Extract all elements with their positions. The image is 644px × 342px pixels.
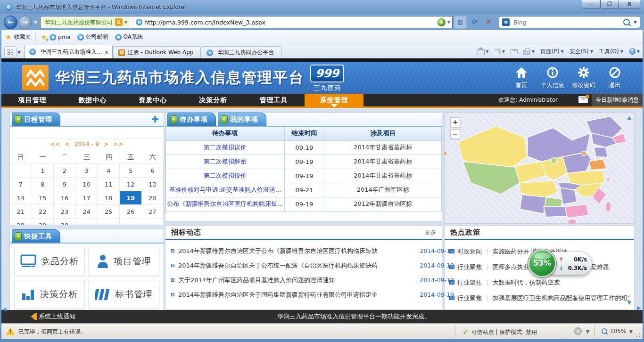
- address-bar[interactable]: 华润三九医药股份有限公司 证 ▼ e http://pma.999.com.cn…: [40, 16, 453, 28]
- zone-dropdown-icon[interactable]: ▼: [447, 20, 450, 24]
- page-menu[interactable]: 页面(P)▼: [540, 48, 564, 56]
- calendar-day-cell[interactable]: 16: [54, 191, 76, 205]
- next-year-control[interactable]: >>: [114, 140, 124, 147]
- news-title[interactable]: 2014年新疆维吾尔自治区关于国药集团新疆新特药业有限公司申请指定企: [178, 291, 378, 299]
- news-item[interactable]: 关于2014年广州军区药品项目基准购入价问题的澄清通知 2014-09-19: [171, 273, 436, 287]
- nav-menu-item[interactable]: 管理工具: [244, 94, 303, 106]
- calendar-day-cell[interactable]: 30: [54, 219, 76, 225]
- tab-list-dropdown-icon[interactable]: ▼: [17, 50, 21, 55]
- safety-menu[interactable]: 安全(S)▼: [570, 48, 593, 56]
- quick-tools-tab[interactable]: » 快捷工具: [12, 229, 60, 243]
- calendar-day-cell[interactable]: 3: [76, 164, 98, 178]
- profile-link[interactable]: 个人信息: [538, 65, 567, 90]
- news-item[interactable]: 2014年新疆维吾尔自治区关于公布《新疆维吾尔自治区医疗机构临床短缺 2014-…: [171, 244, 436, 258]
- calendar-day-cell[interactable]: 6: [141, 164, 164, 178]
- tab-close-icon[interactable]: x: [105, 49, 108, 55]
- nav-menu-item[interactable]: 数据中心: [63, 94, 122, 106]
- todo-link[interactable]: 公布《新疆维吾尔自治区医疗机构临床短...: [166, 197, 285, 211]
- my-items-tab[interactable]: » 我的事项: [218, 113, 266, 126]
- tab-outlook[interactable]: O 汪勇 - Outlook Web App: [114, 46, 201, 58]
- help-menu[interactable]: ?▼: [629, 48, 640, 55]
- tool-decision-analysis[interactable]: 决策分析: [14, 280, 85, 309]
- calendar-day-cell[interactable]: 2: [54, 164, 76, 178]
- refresh-button[interactable]: ⟳: [468, 16, 481, 29]
- policy-item[interactable]: 行业聚焦 | 加强基层医疗卫生机构药品配备使用管理工作的相关说明: [449, 290, 629, 306]
- news-item[interactable]: 2014年新疆维吾尔自治区关于国药集团新疆新特药业有限公司申请指定企 2014-…: [171, 287, 436, 302]
- search-dropdown-icon[interactable]: ▼: [634, 20, 637, 24]
- news-title[interactable]: 关于2014年广州军区药品项目基准购入价问题的澄清通知: [178, 276, 335, 285]
- scroll-up-icon[interactable]: ▲: [627, 114, 631, 121]
- search-box[interactable]: o Bing ▼: [499, 16, 640, 28]
- nav-menu-item[interactable]: 资质中心: [124, 94, 182, 106]
- calendar-day-cell[interactable]: 9: [54, 178, 76, 191]
- calendar-day-cell[interactable]: 22: [32, 205, 54, 219]
- search-placeholder[interactable]: Bing: [513, 19, 623, 26]
- zone-dropdown-icon[interactable]: ▼: [586, 329, 589, 334]
- next-month-control[interactable]: >: [104, 140, 108, 147]
- map-zoom-in-button[interactable]: +: [450, 117, 460, 127]
- forward-button[interactable]: →: [18, 16, 32, 29]
- net-speed-widget[interactable]: ↑ 0K/s ↓ 0.3K/s 53%: [528, 249, 594, 279]
- calendar-day-cell[interactable]: 25: [98, 205, 120, 219]
- search-icon[interactable]: [623, 19, 630, 25]
- tool-bid-document-management[interactable]: 标书管理: [89, 280, 159, 309]
- tab-current[interactable]: e 华润三九药品市场准入... x: [25, 45, 113, 58]
- calendar-day-cell[interactable]: 27: [141, 205, 164, 219]
- todo-tab[interactable]: » 待办事项: [167, 113, 216, 126]
- calendar-day-cell[interactable]: [141, 219, 164, 225]
- new-message-badge[interactable]: 今日新增0条消息: [592, 94, 643, 106]
- change-password-link[interactable]: 修改密码: [569, 65, 598, 90]
- read-mail-button[interactable]: [511, 49, 518, 54]
- health-percent-ball[interactable]: 53%: [528, 249, 556, 277]
- china-map[interactable]: [445, 113, 635, 224]
- feeds-button[interactable]: ▼: [495, 49, 505, 55]
- policy-title[interactable]: 大数据时代，仿制药逆袭: [492, 278, 560, 287]
- todo-link[interactable]: 第二次模拟解密: [166, 155, 285, 169]
- scroll-left-icon[interactable]: ◀: [2, 306, 6, 312]
- calendar-day-cell[interactable]: 14: [10, 191, 32, 205]
- todo-link[interactable]: 第二次模拟报价: [166, 169, 285, 183]
- home-button[interactable]: ▼: [478, 48, 489, 55]
- news-title[interactable]: 2014年新疆维吾尔自治区关于公布统一配送《自治区医疗机构临床短缺药: [178, 261, 378, 270]
- calendar-day-cell[interactable]: 10: [76, 178, 98, 191]
- calendar-day-cell[interactable]: 11: [98, 178, 120, 191]
- calendar-day-cell[interactable]: 1: [32, 164, 54, 178]
- policy-title[interactable]: 加强基层医疗卫生机构药品配备使用管理工作的相关说明: [492, 294, 629, 302]
- calendar-day-cell[interactable]: 17: [76, 191, 98, 205]
- ev-certificate[interactable]: 华润三九医药股份有限公司 证 ▼: [42, 17, 130, 27]
- scroll-down-icon[interactable]: ▼: [627, 300, 631, 306]
- prev-month-control[interactable]: <: [65, 140, 69, 147]
- favorites-bar-item[interactable]: e 公司邮箱: [77, 33, 108, 41]
- calendar-day-cell[interactable]: 20: [141, 191, 164, 205]
- calendar-day-cell[interactable]: 8: [32, 178, 54, 191]
- calendar-day-cell[interactable]: 5: [120, 164, 142, 178]
- history-dropdown-icon[interactable]: ▼: [34, 20, 37, 24]
- nav-menu-item[interactable]: 项目管理: [3, 94, 62, 106]
- security-zone-status[interactable]: ✓ 可信站点 | 保护模式: 禁用: [462, 328, 537, 336]
- calendar-day-cell[interactable]: 19: [120, 191, 142, 205]
- maximize-button[interactable]: ❐: [600, 0, 619, 9]
- quick-tabs-button[interactable]: [4, 46, 17, 57]
- protected-mode-icon[interactable]: [574, 327, 582, 335]
- tool-project-management[interactable]: 项目管理: [89, 247, 159, 276]
- security-zone-icon[interactable]: +: [438, 18, 446, 26]
- calendar-day-cell[interactable]: 18: [98, 191, 120, 205]
- todo-link[interactable]: 第二次模拟议价: [166, 140, 285, 155]
- tools-menu[interactable]: 工具(O)▼: [599, 48, 623, 56]
- calendar-day-cell[interactable]: 26: [120, 205, 142, 219]
- zoom-dropdown-icon[interactable]: ▼: [629, 329, 633, 334]
- add-favorite-icon[interactable]: ★: [41, 33, 47, 41]
- nav-menu-item[interactable]: 决策分析: [184, 94, 243, 106]
- scroll-right-icon[interactable]: ▶: [637, 305, 641, 311]
- calendar-day-cell[interactable]: 7: [10, 178, 32, 191]
- minimize-button[interactable]: —: [582, 0, 601, 9]
- print-button[interactable]: ▼: [523, 49, 535, 55]
- calendar-day-cell[interactable]: [98, 219, 120, 225]
- calendar-day-cell[interactable]: 15: [32, 191, 54, 205]
- news-item[interactable]: 2014年新疆维吾尔自治区关于公布统一配送《自治区医疗机构临床短缺药 2014-…: [171, 258, 436, 273]
- compatibility-view-button[interactable]: ▨: [454, 16, 467, 29]
- calendar-day-cell[interactable]: 12: [120, 178, 142, 191]
- schedule-tab[interactable]: » 日程管理: [12, 113, 60, 126]
- resize-grip[interactable]: [636, 332, 641, 338]
- tool-competitor-analysis[interactable]: 竞品分析: [14, 247, 85, 276]
